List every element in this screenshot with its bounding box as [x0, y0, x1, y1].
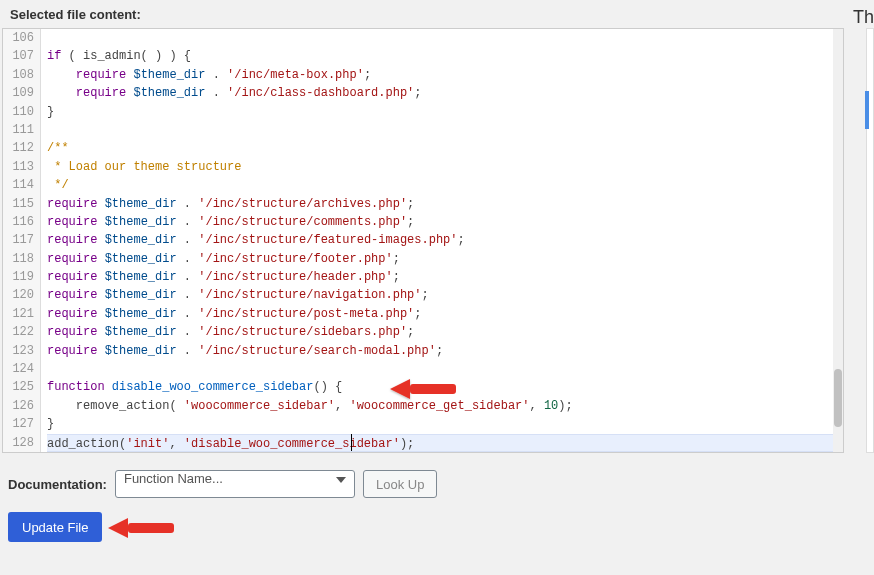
file-list-panel[interactable] — [866, 28, 874, 453]
selected-file-indicator — [865, 91, 869, 129]
line-number: 107 — [3, 47, 34, 65]
line-number: 116 — [3, 213, 34, 231]
line-number: 125 — [3, 378, 34, 396]
line-number: 117 — [3, 231, 34, 249]
line-number: 106 — [3, 29, 34, 47]
lookup-button[interactable]: Look Up — [363, 470, 437, 498]
line-number: 108 — [3, 66, 34, 84]
code-line[interactable]: } — [47, 103, 833, 121]
line-number: 121 — [3, 305, 34, 323]
code-line[interactable] — [47, 29, 833, 47]
documentation-row: Documentation: Function Name... Look Up — [8, 470, 437, 498]
code-line[interactable]: remove_action( 'woocommerce_sidebar', 'w… — [47, 397, 833, 415]
code-line[interactable]: require $theme_dir . '/inc/structure/fea… — [47, 231, 833, 249]
line-number: 118 — [3, 250, 34, 268]
line-number: 127 — [3, 415, 34, 433]
line-number: 120 — [3, 286, 34, 304]
right-panel-title: Th — [853, 7, 874, 28]
line-number: 124 — [3, 360, 34, 378]
line-number: 123 — [3, 342, 34, 360]
section-title: Selected file content: — [10, 7, 141, 22]
line-number: 128 — [3, 434, 34, 452]
code-line[interactable]: function disable_woo_commerce_sidebar() … — [47, 378, 833, 396]
code-line[interactable]: require $theme_dir . '/inc/structure/nav… — [47, 286, 833, 304]
line-number: 109 — [3, 84, 34, 102]
code-editor[interactable]: 1061071081091101111121131141151161171181… — [2, 28, 844, 453]
code-line[interactable]: require $theme_dir . '/inc/structure/foo… — [47, 250, 833, 268]
documentation-label: Documentation: — [8, 477, 107, 492]
line-number: 115 — [3, 195, 34, 213]
line-number-gutter: 1061071081091101111121131141151161171181… — [3, 29, 41, 452]
line-number: 114 — [3, 176, 34, 194]
line-number: 122 — [3, 323, 34, 341]
code-line[interactable]: add_action('init', 'disable_woo_commerce… — [47, 434, 833, 452]
line-number: 119 — [3, 268, 34, 286]
chevron-down-icon — [336, 477, 346, 483]
annotation-arrow-icon — [106, 512, 176, 544]
line-number: 112 — [3, 139, 34, 157]
code-line[interactable]: require $theme_dir . '/inc/class-dashboa… — [47, 84, 833, 102]
code-line[interactable]: require $theme_dir . '/inc/structure/sea… — [47, 342, 833, 360]
line-number: 110 — [3, 103, 34, 121]
line-number: 126 — [3, 397, 34, 415]
line-number: 113 — [3, 158, 34, 176]
select-placeholder: Function Name... — [124, 471, 223, 486]
function-name-select[interactable]: Function Name... — [115, 470, 355, 498]
update-file-button[interactable]: Update File — [8, 512, 102, 542]
scroll-thumb[interactable] — [834, 369, 842, 427]
code-line[interactable] — [47, 121, 833, 139]
line-number: 111 — [3, 121, 34, 139]
code-line[interactable]: require $theme_dir . '/inc/meta-box.php'… — [47, 66, 833, 84]
code-line[interactable]: require $theme_dir . '/inc/structure/pos… — [47, 305, 833, 323]
svg-rect-1 — [128, 523, 174, 533]
code-line[interactable]: if ( is_admin( ) ) { — [47, 47, 833, 65]
text-cursor — [351, 434, 352, 451]
code-line[interactable]: require $theme_dir . '/inc/structure/sid… — [47, 323, 833, 341]
code-line[interactable]: require $theme_dir . '/inc/structure/hea… — [47, 268, 833, 286]
vertical-scrollbar[interactable] — [833, 29, 843, 452]
code-line[interactable]: */ — [47, 176, 833, 194]
code-line[interactable]: } — [47, 415, 833, 433]
code-content[interactable]: if ( is_admin( ) ) { require $theme_dir … — [41, 29, 833, 452]
code-line[interactable] — [47, 360, 833, 378]
code-line[interactable]: /** — [47, 139, 833, 157]
code-line[interactable]: * Load our theme structure — [47, 158, 833, 176]
code-line[interactable]: require $theme_dir . '/inc/structure/arc… — [47, 195, 833, 213]
code-line[interactable]: require $theme_dir . '/inc/structure/com… — [47, 213, 833, 231]
